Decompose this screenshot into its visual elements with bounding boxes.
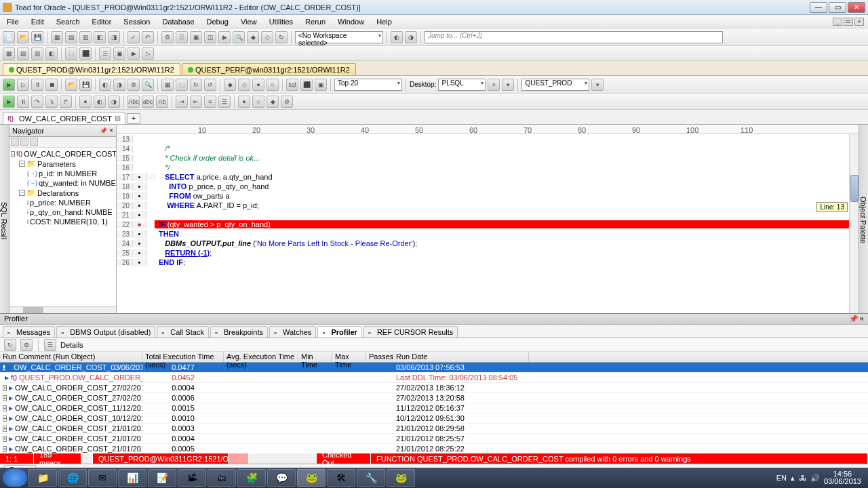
- sql-editor-icon[interactable]: ▦: [51, 31, 63, 43]
- tab-close-icon[interactable]: ⊠: [115, 114, 121, 123]
- tree-node-label[interactable]: OW_CALC_ORDER_COST: NUM: [24, 150, 116, 158]
- menu-window[interactable]: Window: [335, 16, 367, 27]
- commit-icon[interactable]: ✓: [127, 31, 140, 43]
- grid-row[interactable]: ▶f()QUEST_PROD.OW_CALC_ORDER_...0.0452La…: [0, 373, 868, 383]
- save-icon[interactable]: 💾: [31, 31, 43, 43]
- rollback-icon[interactable]: ↶: [142, 31, 154, 43]
- workspace-combo[interactable]: <No Workspace selected>: [295, 31, 383, 43]
- step-over-icon[interactable]: ↷: [31, 96, 43, 108]
- taskbar-app-powerpoint[interactable]: 📽: [178, 469, 206, 487]
- navigator-hscroll[interactable]: [9, 306, 116, 313]
- taskbar-app-excel[interactable]: 📊: [118, 469, 146, 487]
- step-into-icon[interactable]: ↴: [45, 96, 58, 108]
- editor-tab[interactable]: f() f() OW_CALC_ORDER_COST OW_CALC_ORDER…: [3, 112, 125, 124]
- tree-toggle[interactable]: −: [19, 190, 25, 196]
- taskbar-app[interactable]: 🛠: [327, 469, 355, 487]
- toolbar-icon[interactable]: Abc: [127, 96, 140, 108]
- toolbar-icon[interactable]: ◧: [45, 47, 58, 60]
- toolbar-icon[interactable]: ◑: [108, 96, 120, 108]
- taskbar-app-toad[interactable]: 🐸: [297, 469, 326, 487]
- tree-node-label[interactable]: Parameters: [37, 160, 76, 168]
- code-line[interactable]: 22●IF (qty_wanted > p_qty_on_hand): [117, 220, 859, 229]
- code-line[interactable]: 25• RETURN (-1);: [117, 248, 859, 258]
- toolbar-icon[interactable]: ▤: [17, 47, 29, 60]
- menu-edit[interactable]: Edit: [28, 16, 47, 27]
- new-icon[interactable]: 📄: [3, 31, 15, 43]
- toolbar-icon[interactable]: ☰: [99, 47, 111, 60]
- debug-run-icon[interactable]: ▶: [3, 96, 15, 108]
- code-line[interactable]: 21•: [117, 210, 859, 220]
- toolbar-icon[interactable]: ↻: [190, 79, 202, 91]
- taskbar-app-word[interactable]: 📝: [148, 469, 176, 487]
- code-line[interactable]: 23•THEN: [117, 229, 859, 239]
- toolbar-icon[interactable]: ◐: [391, 31, 403, 43]
- outdent-icon[interactable]: ⇤: [190, 96, 202, 108]
- code-line[interactable]: 19• FROM ow_parts a: [117, 191, 859, 201]
- code-lines[interactable]: 1314 /*15 * Check if order detail is ok.…: [117, 134, 859, 313]
- grid-column-header[interactable]: Max Time: [332, 352, 366, 362]
- code-line[interactable]: 15 * Check if order detail is ok...: [117, 153, 859, 163]
- toolbar-icon[interactable]: ▦: [3, 47, 15, 60]
- toolbar-icon[interactable]: ▷: [17, 79, 29, 91]
- conn-tab[interactable]: QUEST_PERF@win0311gr2:1521/ORWI11R2: [182, 63, 356, 75]
- code-line[interactable]: 13: [117, 134, 859, 144]
- grid-column-header[interactable]: Min Time: [298, 352, 332, 362]
- toolbar-icon[interactable]: ☰: [176, 31, 188, 43]
- grid-row[interactable]: +▶OW_CALC_ORDER_COST_27/02/2013 ...0.000…: [0, 393, 868, 403]
- toolbar-icon[interactable]: ⚙: [161, 31, 174, 43]
- tray-lang[interactable]: EN: [776, 474, 787, 482]
- toolbar-icon[interactable]: ▷: [142, 47, 154, 60]
- close-icon[interactable]: ×: [860, 314, 864, 323]
- menu-editor[interactable]: Editor: [90, 16, 115, 27]
- grid-row[interactable]: +▶OW_CALC_ORDER_COST_10/12/2012 ...0.001…: [0, 413, 868, 424]
- taskbar-app-outlook[interactable]: ✉: [88, 469, 117, 487]
- toolbar-icon[interactable]: ◑: [113, 79, 125, 91]
- grid-column-header[interactable]: Passes: [366, 352, 393, 362]
- code-line[interactable]: 17•- SELECT a.price, a.qty_on_hand: [117, 172, 859, 182]
- scroll-thumb[interactable]: [850, 175, 859, 202]
- close-icon[interactable]: ×: [109, 127, 113, 134]
- profiler-tab[interactable]: ▫Call Stack: [157, 326, 209, 338]
- jump-input[interactable]: Jump to... (Ctrl+J): [425, 31, 723, 43]
- profiler-grid[interactable]: Run Comment (Run Object)Total Execution …: [0, 352, 868, 453]
- tree-node-label[interactable]: p_price: NUMBER: [30, 199, 91, 207]
- stop-icon[interactable]: ⏹: [45, 79, 58, 91]
- navigator-tree[interactable]: −f()OW_CALC_ORDER_COST: NUM −📁Parameters…: [9, 148, 116, 306]
- toolbar-icon[interactable]: ⚙: [20, 339, 33, 351]
- toolbar-icon[interactable]: ⬚: [176, 79, 188, 91]
- tree-node-label[interactable]: p_qty_on_hand: NUMBE: [30, 208, 113, 216]
- desktop-combo[interactable]: PLSQL: [438, 79, 486, 91]
- tree-node-label[interactable]: p_id: in NUMBER: [39, 169, 97, 178]
- conn-tab[interactable]: QUEST_PROD@Win0311gr2:1521/ORWI11R2: [3, 63, 180, 75]
- tray-chevron-icon[interactable]: ▴: [791, 474, 795, 483]
- taskbar-app-toad[interactable]: 🐸: [387, 469, 415, 487]
- taskbar-app-explorer[interactable]: 📁: [28, 469, 57, 487]
- toolbar-icon[interactable]: ◆: [247, 31, 259, 43]
- toolbar-icon[interactable]: ⚙: [281, 96, 293, 108]
- editor-vscroll[interactable]: [849, 134, 859, 313]
- mdi-minimize-button[interactable]: _: [833, 18, 842, 26]
- toolbar-icon[interactable]: ▣: [190, 31, 202, 43]
- tray-clock[interactable]: 14:56 03/06/2013: [824, 470, 861, 485]
- toolbar-icon[interactable]: ▥: [31, 47, 43, 60]
- toolbar-icon[interactable]: ⬚: [65, 47, 77, 60]
- tree-toggle[interactable]: −: [19, 161, 25, 167]
- toolbar-icon[interactable]: ⬛: [300, 79, 313, 91]
- toolbar-icon[interactable]: ◇: [238, 79, 250, 91]
- nav-tool-icon[interactable]: [30, 138, 38, 146]
- profiler-tab[interactable]: ▫Profiler: [317, 326, 362, 338]
- toolbar-icon[interactable]: ●: [238, 96, 250, 108]
- toolbar-icon[interactable]: ◧: [94, 31, 106, 43]
- toolbar-icon[interactable]: ◫: [204, 31, 216, 43]
- toolbar-icon[interactable]: ▣: [113, 47, 125, 60]
- toolbar-icon[interactable]: ▦: [161, 79, 174, 91]
- code-line[interactable]: 16 */: [117, 163, 859, 172]
- code-editor[interactable]: 102030405060708090100110 1314 /*15 * Che…: [117, 125, 859, 313]
- toolbar-icon[interactable]: ○: [252, 96, 264, 108]
- code-line[interactable]: 20• WHERE A.PART_ID = p_id;: [117, 201, 859, 210]
- menu-help[interactable]: Help: [374, 16, 395, 27]
- schema-browser-icon[interactable]: ▤: [65, 31, 77, 43]
- nav-tool-icon[interactable]: [11, 138, 19, 146]
- grid-column-header[interactable]: Avg. Execution Time (secs): [224, 352, 298, 362]
- toolbar-icon[interactable]: ⏸: [17, 96, 29, 108]
